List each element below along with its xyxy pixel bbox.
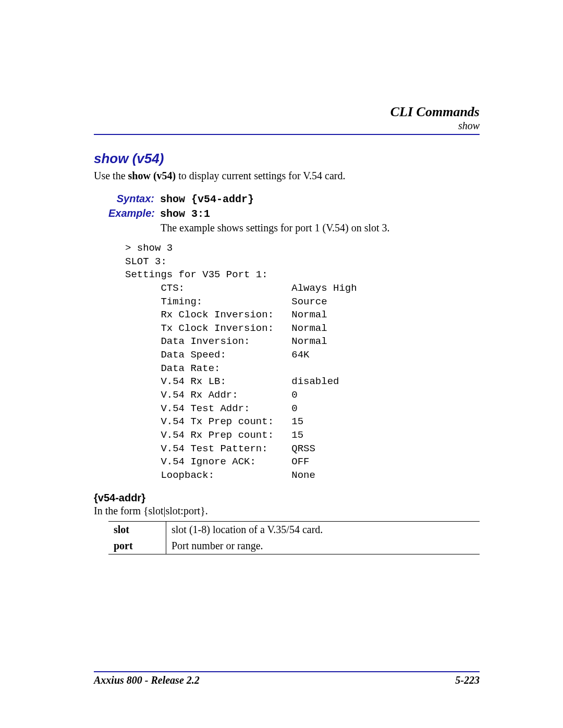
footer-rule bbox=[94, 671, 480, 672]
footer-left: Axxius 800 - Release 2.2 bbox=[94, 674, 200, 686]
example-value: show 3:1 bbox=[160, 208, 210, 220]
cli-output: > show 3 SLOT 3: Settings for V35 Port 1… bbox=[125, 242, 480, 483]
syntax-line: Syntax: show {v54-addr} bbox=[108, 192, 480, 206]
intro-text-1: Use the bbox=[94, 170, 128, 181]
example-description: The example shows settings for port 1 (V… bbox=[161, 221, 480, 235]
param-desc: Port number or range. bbox=[166, 538, 480, 554]
header-chapter: CLI Commands bbox=[94, 104, 480, 120]
param-key: slot bbox=[108, 521, 166, 538]
page-title: show (v54) bbox=[94, 151, 480, 167]
header-section: show bbox=[94, 120, 480, 132]
intro-text-2: to display current settings for V.54 car… bbox=[176, 170, 345, 181]
table-row: slot slot (1-8) location of a V.35/54 ca… bbox=[108, 521, 480, 538]
intro-paragraph: Use the show (v54) to display current se… bbox=[94, 169, 480, 182]
param-key: port bbox=[108, 538, 166, 554]
footer-right: 5-223 bbox=[455, 674, 480, 686]
syntax-value: show {v54-addr} bbox=[160, 193, 254, 205]
param-heading: {v54-addr} bbox=[94, 492, 480, 504]
syntax-label: Syntax: bbox=[108, 192, 154, 206]
param-description: In the form {slot|slot:port}. bbox=[94, 505, 480, 517]
intro-bold: show (v54) bbox=[128, 170, 176, 181]
param-desc: slot (1-8) location of a V.35/54 card. bbox=[166, 521, 480, 538]
example-label: Example: bbox=[108, 206, 154, 220]
param-table: slot slot (1-8) location of a V.35/54 ca… bbox=[108, 521, 480, 554]
table-row: port Port number or range. bbox=[108, 538, 480, 554]
header-rule bbox=[94, 134, 480, 135]
example-line: Example: show 3:1 bbox=[108, 206, 480, 221]
